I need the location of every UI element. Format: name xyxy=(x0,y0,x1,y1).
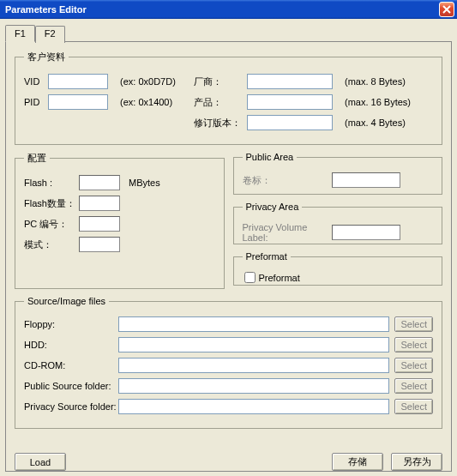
prod-label: 产品： xyxy=(194,96,247,109)
tab-f2[interactable]: F2 xyxy=(35,26,65,43)
preformat-checkbox[interactable] xyxy=(244,272,256,283)
hdd-select-button: Select xyxy=(394,337,433,352)
flash-label: Flash : xyxy=(24,178,79,188)
group-preformat: Preformat Preformat xyxy=(233,251,443,286)
load-button[interactable]: Load xyxy=(15,453,66,471)
group-preformat-legend: Preformat xyxy=(243,251,291,262)
pub-src-label: Public Source folder: xyxy=(24,381,118,391)
rev-label: 修订版本： xyxy=(194,117,247,130)
group-source-legend: Source/Image files xyxy=(24,296,109,306)
privacy-vol-label: Privacy Volume Label: xyxy=(243,222,332,243)
vid-hint: (ex: 0x0D7D) xyxy=(120,76,194,87)
hdd-input xyxy=(118,337,389,352)
save-as-button[interactable]: 另存为 xyxy=(391,453,442,471)
group-privacy-area: Privacy Area Privacy Volume Label: xyxy=(233,202,443,244)
prod-input[interactable] xyxy=(247,94,333,110)
group-customer: 客户资料 VID (ex: 0x0D7D) 厂商： (max. 8 Bytes)… xyxy=(15,51,442,145)
floppy-label: Floppy: xyxy=(24,319,118,329)
rev-hint: (max. 4 Bytes) xyxy=(345,117,406,128)
privacy-vol-input xyxy=(332,225,400,240)
group-privacy-area-legend: Privacy Area xyxy=(243,202,303,212)
pid-input[interactable] xyxy=(48,94,108,110)
save-button[interactable]: 存储 xyxy=(332,453,383,471)
mode-label: 模式： xyxy=(24,238,79,251)
public-vol-input xyxy=(332,172,400,188)
group-customer-legend: 客户资料 xyxy=(24,51,69,63)
group-source: Source/Image files Floppy: Select HDD: S… xyxy=(15,296,442,429)
bottom-buttons: Load 存储 另存为 xyxy=(15,453,442,471)
mode-input xyxy=(79,237,120,252)
priv-src-input xyxy=(118,399,389,414)
group-public-area: Public Area 卷标： xyxy=(233,152,443,195)
pc-input xyxy=(79,216,120,232)
preformat-checkbox-label: Preformat xyxy=(259,273,300,283)
priv-src-label: Privacy Source folder: xyxy=(24,401,118,412)
pc-label: PC 编号： xyxy=(24,218,79,231)
tab-f1[interactable]: F1 xyxy=(5,25,35,42)
pid-hint: (ex: 0x1400) xyxy=(120,97,194,107)
cdrom-select-button: Select xyxy=(394,358,433,373)
flash-qty-input xyxy=(79,196,120,211)
hdd-label: HDD: xyxy=(24,340,118,350)
cdrom-input xyxy=(118,358,389,373)
floppy-input xyxy=(118,316,389,332)
priv-src-select-button: Select xyxy=(394,399,433,414)
group-config-legend: 配置 xyxy=(24,152,50,165)
tabs: F1 F2 xyxy=(5,24,452,41)
flash-input xyxy=(79,175,120,190)
group-public-area-legend: Public Area xyxy=(243,152,298,162)
mfr-input[interactable] xyxy=(247,74,333,89)
public-vol-label: 卷标： xyxy=(243,174,332,187)
pub-src-select-button: Select xyxy=(394,378,433,394)
cdrom-label: CD-ROM: xyxy=(24,360,118,371)
flash-unit: MBytes xyxy=(129,178,160,188)
pid-label: PID xyxy=(24,97,48,107)
close-icon xyxy=(442,5,451,14)
prod-hint: (max. 16 Bytes) xyxy=(345,97,411,107)
close-button[interactable] xyxy=(439,2,454,17)
pub-src-input xyxy=(118,378,389,394)
vid-input[interactable] xyxy=(48,74,108,89)
tab-panel: 客户资料 VID (ex: 0x0D7D) 厂商： (max. 8 Bytes)… xyxy=(5,41,452,472)
titlebar: Parameters Editor xyxy=(0,0,457,19)
window-title: Parameters Editor xyxy=(5,4,87,15)
flash-qty-label: Flash数量： xyxy=(24,197,79,210)
group-config: 配置 Flash : MBytes Flash数量： PC 编号： xyxy=(15,152,225,289)
vid-label: VID xyxy=(24,76,48,87)
mfr-label: 厂商： xyxy=(194,75,247,88)
floppy-select-button: Select xyxy=(394,316,433,332)
rev-input[interactable] xyxy=(247,115,333,130)
mfr-hint: (max. 8 Bytes) xyxy=(345,76,406,87)
client-area: F1 F2 客户资料 VID (ex: 0x0D7D) 厂商： (max. 8 … xyxy=(0,19,457,476)
